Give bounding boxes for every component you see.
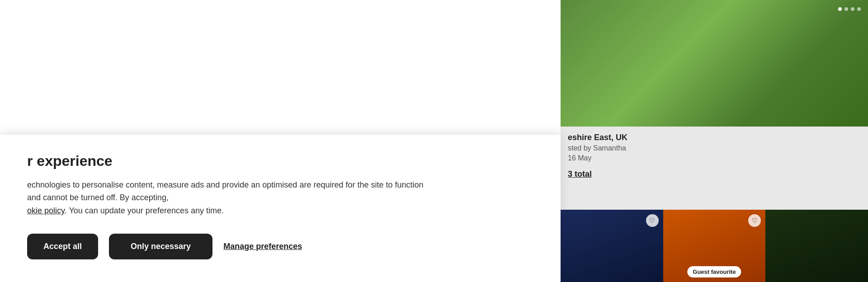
heart-button-2[interactable]: ♡ [748,214,761,227]
listing-host: sted by Samantha [568,144,861,152]
cookie-modal-title: r experience [27,153,533,169]
cookie-policy-link[interactable]: okie policy [27,206,65,215]
dot-3 [851,7,854,11]
listing-dates: 16 May [568,154,861,162]
listing-top-image [561,0,868,127]
cookie-modal-actions: Accept all Only necessary Manage prefere… [27,234,533,259]
cookie-consent-modal: r experience echnologies to personalise … [0,135,561,282]
cookie-modal-body: echnologies to personalise content, meas… [27,179,434,217]
only-necessary-button[interactable]: Only necessary [109,234,212,259]
bottom-thumbnails-row: ♡ ♡ Guest favourite [561,210,868,282]
dot-1 [838,7,842,11]
cookie-body-text-1: echnologies to personalise content, meas… [27,180,424,202]
cookie-body-text-2: . You can update your preferences any ti… [65,206,224,215]
listing-location: eshire East, UK [568,133,861,142]
listing-card-body: eshire East, UK sted by Samantha 16 May … [561,127,868,185]
listing-price[interactable]: 3 total [568,169,861,179]
listing-area: eshire East, UK sted by Samantha 16 May … [561,0,868,282]
heart-button-1[interactable]: ♡ [646,214,659,227]
manage-preferences-button[interactable]: Manage preferences [223,242,302,251]
thumbnail-2: ♡ Guest favourite [663,210,766,282]
dot-2 [844,7,848,11]
image-dots-indicator [838,7,861,11]
guest-favourite-badge: Guest favourite [687,266,741,277]
thumbnail-1: ♡ [561,210,663,282]
accept-all-button[interactable]: Accept all [27,234,98,259]
thumbnail-3 [765,210,868,282]
dot-4 [857,7,861,11]
